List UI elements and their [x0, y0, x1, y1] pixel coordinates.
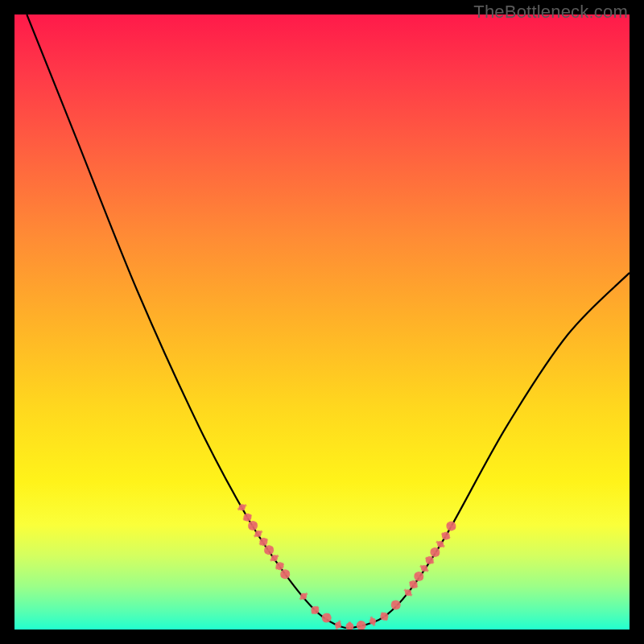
watermark-text: TheBottleneck.com: [473, 2, 628, 23]
marker-tick: [371, 617, 374, 625]
chart-frame: TheBottleneck.com: [0, 0, 644, 644]
bottleneck-curve: [27, 14, 630, 628]
marker-group: [237, 504, 456, 630]
plot-area: [14, 14, 630, 630]
chart-svg: [14, 14, 630, 630]
